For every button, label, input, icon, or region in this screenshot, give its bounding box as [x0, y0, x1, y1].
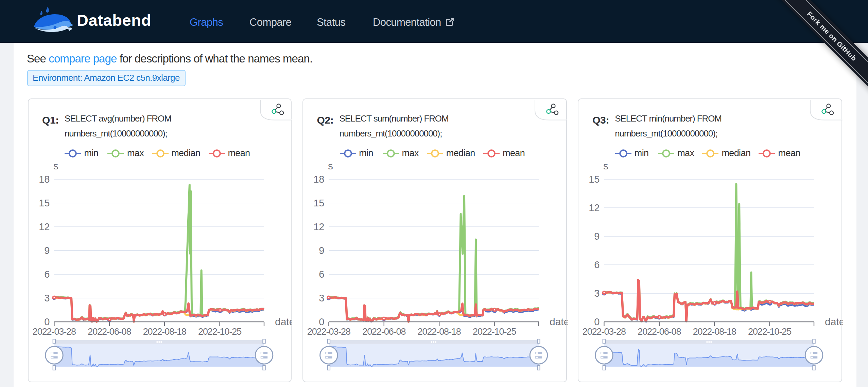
svg-text:9: 9: [594, 231, 600, 241]
svg-text:0: 0: [594, 316, 600, 327]
svg-text:18: 18: [313, 173, 324, 184]
svg-text:s: s: [604, 160, 609, 171]
svg-text:2022-03-28: 2022-03-28: [307, 326, 350, 336]
svg-text:6: 6: [319, 269, 324, 279]
svg-text:18: 18: [39, 173, 50, 184]
svg-text:2022-03-28: 2022-03-28: [583, 326, 626, 336]
svg-text:12: 12: [313, 221, 324, 232]
svg-text:0: 0: [44, 316, 50, 327]
svg-text:9: 9: [319, 245, 324, 256]
svg-text:2022-03-28: 2022-03-28: [32, 326, 75, 336]
svg-text:date: date: [550, 316, 567, 327]
svg-text:3: 3: [319, 292, 324, 303]
svg-text:15: 15: [313, 197, 324, 208]
svg-text:12: 12: [39, 221, 50, 232]
svg-text:2022-10-25: 2022-10-25: [198, 326, 241, 336]
svg-text:6: 6: [594, 259, 600, 270]
svg-text:3: 3: [594, 288, 600, 298]
svg-text:date: date: [275, 316, 292, 327]
svg-text:date: date: [825, 316, 843, 327]
svg-text:2022-06-08: 2022-06-08: [88, 326, 131, 336]
svg-text:s: s: [328, 160, 333, 171]
svg-text:2022-08-18: 2022-08-18: [693, 326, 736, 336]
svg-text:2022-06-08: 2022-06-08: [362, 326, 405, 336]
svg-text:15: 15: [589, 173, 600, 184]
svg-text:6: 6: [44, 269, 50, 279]
svg-text:2022-10-25: 2022-10-25: [473, 326, 516, 336]
svg-text:15: 15: [39, 197, 50, 208]
svg-text:0: 0: [319, 316, 324, 327]
svg-text:2022-06-08: 2022-06-08: [638, 326, 681, 336]
svg-text:3: 3: [44, 292, 50, 303]
svg-text:2022-10-25: 2022-10-25: [748, 326, 792, 336]
svg-text:12: 12: [589, 202, 600, 213]
svg-text:2022-08-18: 2022-08-18: [418, 326, 461, 336]
svg-text:9: 9: [44, 245, 50, 256]
svg-text:s: s: [53, 160, 58, 171]
svg-text:2022-08-18: 2022-08-18: [143, 326, 186, 336]
